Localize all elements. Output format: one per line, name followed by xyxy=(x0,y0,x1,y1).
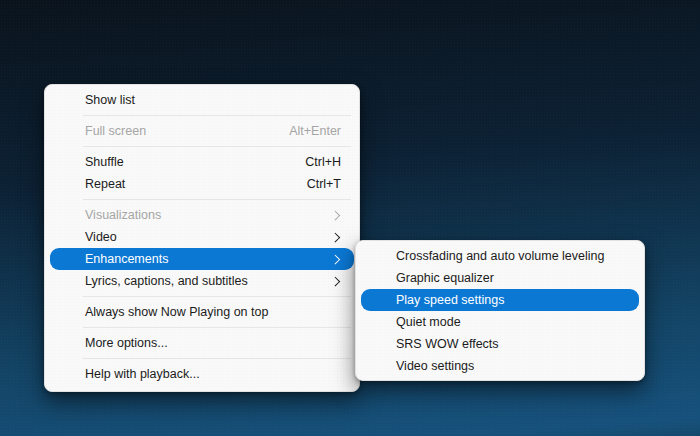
submenu-arrow-icon xyxy=(330,232,339,241)
menu-item-label: Visualizations xyxy=(85,208,161,222)
menu-item-more-options[interactable]: More options... xyxy=(50,332,354,354)
now-playing-background: Show list Full screen Alt+Enter Shuffle … xyxy=(0,0,700,436)
menu-item-shuffle[interactable]: Shuffle Ctrl+H xyxy=(50,151,354,173)
menu-item-label: Play speed settings xyxy=(396,293,504,307)
menu-item-label: Repeat xyxy=(85,177,125,191)
menu-item-label: Enhancements xyxy=(85,252,168,266)
menu-item-show-list[interactable]: Show list xyxy=(50,89,354,111)
menu-item-label: Always show Now Playing on top xyxy=(85,305,268,319)
menu-item-label: Shuffle xyxy=(85,155,124,169)
submenu-arrow-icon xyxy=(330,210,339,219)
menu-item-video[interactable]: Video xyxy=(50,226,354,248)
menu-item-label: Show list xyxy=(85,93,135,107)
submenu-arrow-icon xyxy=(330,254,339,263)
shortcut-label: Ctrl+T xyxy=(307,177,341,191)
menu-separator xyxy=(83,146,351,147)
menu-item-enhancements[interactable]: Enhancements xyxy=(50,248,354,270)
menu-item-lyrics-captions-subtitles[interactable]: Lyrics, captions, and subtitles xyxy=(50,270,354,292)
menu-item-label: More options... xyxy=(85,336,168,350)
enhancements-submenu: Crossfading and auto volume leveling Gra… xyxy=(355,240,645,381)
shortcut-label: Alt+Enter xyxy=(289,124,341,138)
menu-separator xyxy=(83,199,351,200)
submenu-item-srs-wow-effects[interactable]: SRS WOW effects xyxy=(361,333,639,355)
menu-item-label: Crossfading and auto volume leveling xyxy=(396,249,604,263)
menu-item-label: Full screen xyxy=(85,124,146,138)
submenu-arrow-icon xyxy=(330,276,339,285)
menu-separator xyxy=(83,358,351,359)
menu-item-label: SRS WOW effects xyxy=(396,337,499,351)
submenu-item-quiet-mode[interactable]: Quiet mode xyxy=(361,311,639,333)
menu-item-label: Help with playback... xyxy=(85,367,200,381)
menu-item-always-show-now-playing-on-top[interactable]: Always show Now Playing on top xyxy=(50,301,354,323)
context-menu: Show list Full screen Alt+Enter Shuffle … xyxy=(44,84,360,392)
menu-separator xyxy=(83,296,351,297)
submenu-item-video-settings[interactable]: Video settings xyxy=(361,355,639,377)
menu-item-full-screen: Full screen Alt+Enter xyxy=(50,120,354,142)
menu-item-label: Video xyxy=(85,230,117,244)
submenu-item-play-speed-settings[interactable]: Play speed settings xyxy=(361,289,639,311)
menu-item-label: Quiet mode xyxy=(396,315,461,329)
submenu-item-graphic-equalizer[interactable]: Graphic equalizer xyxy=(361,267,639,289)
menu-item-label: Lyrics, captions, and subtitles xyxy=(85,274,248,288)
menu-item-label: Graphic equalizer xyxy=(396,271,494,285)
menu-item-help-with-playback[interactable]: Help with playback... xyxy=(50,363,354,385)
submenu-item-crossfading-and-auto-volume-leveling[interactable]: Crossfading and auto volume leveling xyxy=(361,245,639,267)
menu-separator xyxy=(83,327,351,328)
menu-separator xyxy=(83,115,351,116)
menu-item-repeat[interactable]: Repeat Ctrl+T xyxy=(50,173,354,195)
menu-item-label: Video settings xyxy=(396,359,474,373)
shortcut-label: Ctrl+H xyxy=(305,155,341,169)
menu-item-visualizations: Visualizations xyxy=(50,204,354,226)
